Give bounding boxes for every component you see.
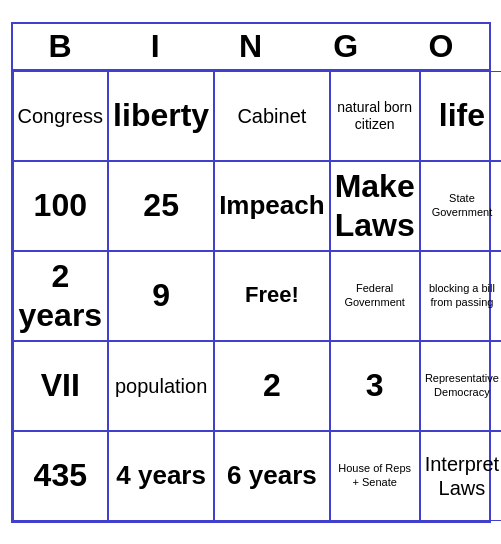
bingo-cell: 2 years bbox=[13, 251, 109, 341]
bingo-card: BINGO CongresslibertyCabinetnatural born… bbox=[11, 22, 491, 523]
bingo-cell: liberty bbox=[108, 71, 214, 161]
header-letter: O bbox=[393, 24, 488, 69]
cell-text: VII bbox=[41, 366, 80, 404]
cell-text: 3 bbox=[366, 366, 384, 404]
cell-text: Free! bbox=[245, 282, 299, 308]
bingo-cell: blocking a bill from passing bbox=[420, 251, 501, 341]
bingo-cell: Free! bbox=[214, 251, 330, 341]
bingo-cell: population bbox=[108, 341, 214, 431]
header-letter: G bbox=[298, 24, 393, 69]
cell-text: 9 bbox=[152, 276, 170, 314]
bingo-cell: natural born citizen bbox=[330, 71, 420, 161]
header-letter: N bbox=[203, 24, 298, 69]
bingo-cell: 2 bbox=[214, 341, 330, 431]
header-letter: B bbox=[13, 24, 108, 69]
bingo-cell: 435 bbox=[13, 431, 109, 521]
cell-text: State Government bbox=[425, 192, 499, 218]
bingo-cell: 3 bbox=[330, 341, 420, 431]
cell-text: liberty bbox=[113, 96, 209, 134]
bingo-grid: CongresslibertyCabinetnatural born citiz… bbox=[13, 71, 489, 521]
cell-text: Impeach bbox=[219, 190, 325, 221]
cell-text: 2 bbox=[263, 366, 281, 404]
cell-text: life bbox=[439, 96, 485, 134]
cell-text: natural born citizen bbox=[335, 99, 415, 133]
header-letter: I bbox=[108, 24, 203, 69]
cell-text: 100 bbox=[34, 186, 87, 224]
bingo-cell: Congress bbox=[13, 71, 109, 161]
cell-text: 25 bbox=[143, 186, 179, 224]
bingo-cell: State Government bbox=[420, 161, 501, 251]
bingo-cell: Interpret Laws bbox=[420, 431, 501, 521]
cell-text: Congress bbox=[18, 104, 104, 128]
cell-text: 435 bbox=[34, 456, 87, 494]
cell-text: Representative Democracy bbox=[425, 372, 499, 398]
cell-text: 4 years bbox=[116, 460, 206, 491]
bingo-cell: Impeach bbox=[214, 161, 330, 251]
bingo-cell: Federal Government bbox=[330, 251, 420, 341]
cell-text: 6 years bbox=[227, 460, 317, 491]
bingo-cell: VII bbox=[13, 341, 109, 431]
cell-text: blocking a bill from passing bbox=[425, 282, 499, 308]
bingo-cell: 100 bbox=[13, 161, 109, 251]
cell-text: 2 years bbox=[18, 257, 104, 334]
cell-text: House of Reps + Senate bbox=[335, 462, 415, 488]
bingo-cell: 6 years bbox=[214, 431, 330, 521]
bingo-cell: 4 years bbox=[108, 431, 214, 521]
bingo-cell: House of Reps + Senate bbox=[330, 431, 420, 521]
bingo-cell: Representative Democracy bbox=[420, 341, 501, 431]
bingo-header: BINGO bbox=[13, 24, 489, 71]
bingo-cell: life bbox=[420, 71, 501, 161]
bingo-cell: 25 bbox=[108, 161, 214, 251]
cell-text: population bbox=[115, 374, 207, 398]
cell-text: Interpret Laws bbox=[425, 452, 499, 500]
bingo-cell: 9 bbox=[108, 251, 214, 341]
cell-text: Federal Government bbox=[335, 282, 415, 308]
bingo-cell: Cabinet bbox=[214, 71, 330, 161]
bingo-cell: Make Laws bbox=[330, 161, 420, 251]
cell-text: Make Laws bbox=[335, 167, 415, 244]
cell-text: Cabinet bbox=[237, 104, 306, 128]
